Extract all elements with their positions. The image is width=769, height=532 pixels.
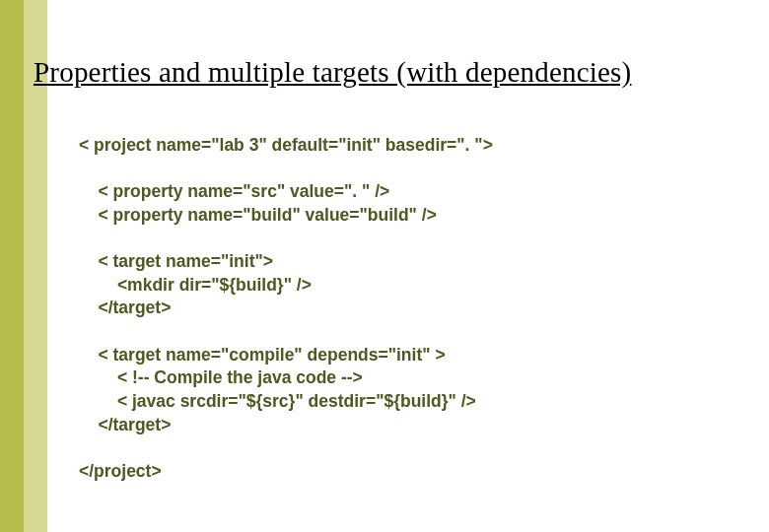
page-title: Properties and multiple targets (with de… (34, 56, 631, 89)
code-line: </target> (79, 298, 171, 317)
code-line: < javac srcdir="${src}" destdir="${build… (79, 391, 476, 411)
sidebar-stripe-dark (0, 0, 24, 532)
code-line: < target name="compile" depends="init" > (79, 345, 446, 365)
code-line: < !-- Compile the java code --> (79, 367, 363, 387)
code-block: < project name="lab 3" default="init" ba… (79, 134, 493, 483)
code-line: < project name="lab 3" default="init" ba… (79, 135, 493, 155)
code-line: </target> (79, 415, 171, 434)
code-line: <mkdir dir="${build}" /> (79, 275, 312, 295)
code-line: < property name="src" value=". " /> (79, 181, 389, 201)
code-line: < target name="init"> (79, 251, 273, 271)
code-line: </project> (79, 461, 162, 481)
code-line: < property name="build" value="build" /> (79, 205, 437, 225)
